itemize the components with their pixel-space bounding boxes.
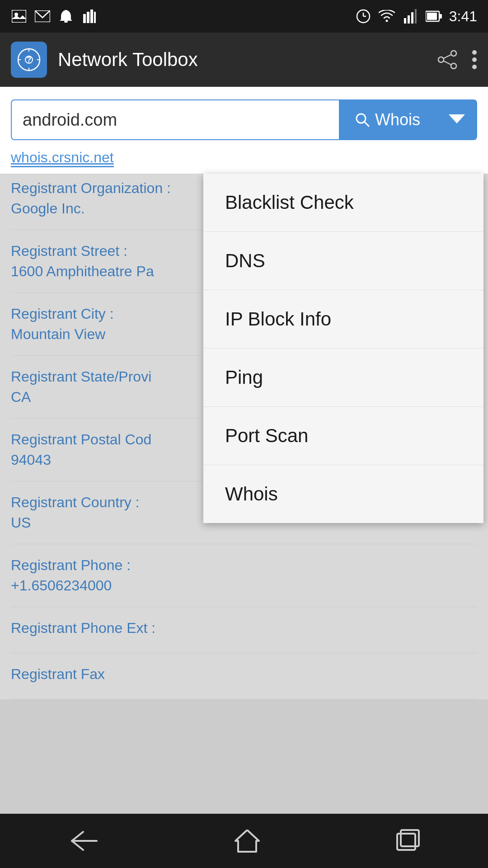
whois-button-label: Whois [375, 110, 420, 129]
svg-rect-14 [415, 9, 417, 24]
nav-bar [0, 814, 488, 868]
svg-point-31 [472, 57, 477, 62]
status-bar-left-icons [11, 8, 98, 24]
share-button[interactable] [437, 50, 457, 70]
svg-point-25 [451, 51, 456, 56]
status-bar-right-icons: 3:41 [355, 8, 477, 25]
svg-rect-5 [87, 12, 89, 23]
email-icon [34, 8, 51, 24]
status-bar: 3:41 [0, 0, 488, 33]
svg-rect-17 [427, 13, 437, 20]
search-area: Whois whois.crsnic.net [0, 87, 488, 167]
app-icon: ? [11, 42, 47, 78]
menu-item-blacklist-check[interactable]: Blacklist Check [203, 174, 483, 232]
battery-icon [426, 8, 442, 24]
svg-rect-7 [94, 12, 96, 23]
svg-rect-11 [404, 18, 406, 24]
search-row: Whois [11, 99, 477, 140]
recents-button[interactable] [395, 828, 421, 854]
svg-rect-3 [64, 21, 68, 23]
svg-point-30 [472, 50, 477, 55]
svg-rect-13 [411, 12, 413, 24]
whois-server-tab[interactable]: whois.crsnic.net [11, 149, 114, 169]
menu-item-whois[interactable]: Whois [203, 465, 483, 523]
svg-rect-6 [90, 9, 93, 23]
picture-icon [11, 8, 27, 24]
svg-rect-0 [12, 10, 26, 23]
wifi-icon [379, 8, 395, 24]
whois-button[interactable]: Whois [339, 99, 436, 140]
svg-rect-12 [408, 15, 410, 24]
menu-item-ping[interactable]: Ping [203, 349, 483, 407]
back-button[interactable] [67, 830, 99, 852]
clock-icon [355, 8, 371, 24]
svg-rect-16 [439, 14, 442, 19]
home-button[interactable] [234, 828, 261, 854]
signal-icon [402, 8, 418, 24]
more-options-button[interactable] [472, 50, 477, 70]
menu-item-ip-block-info[interactable]: IP Block Info [203, 290, 483, 349]
svg-rect-4 [83, 14, 86, 23]
app-title: Network Toolbox [58, 49, 427, 71]
bars-icon [81, 8, 98, 24]
svg-point-32 [472, 65, 477, 69]
svg-text:?: ? [27, 55, 32, 64]
svg-line-34 [364, 122, 369, 126]
app-toolbar: ? Network Toolbox [0, 33, 488, 87]
menu-item-port-scan[interactable]: Port Scan [203, 407, 483, 465]
dropdown-menu: Blacklist CheckDNSIP Block InfoPingPort … [203, 174, 483, 523]
bell-icon [58, 8, 74, 24]
toolbar-actions [437, 50, 477, 70]
svg-line-29 [444, 61, 451, 65]
search-input[interactable] [11, 99, 339, 140]
time-display: 3:41 [449, 8, 477, 25]
svg-point-26 [438, 57, 444, 62]
menu-item-dns[interactable]: DNS [203, 232, 483, 290]
svg-point-27 [451, 63, 456, 69]
dropdown-button[interactable] [436, 99, 477, 140]
svg-line-28 [444, 55, 451, 58]
main-content: Whois whois.crsnic.net Registrant Organi… [0, 87, 488, 814]
